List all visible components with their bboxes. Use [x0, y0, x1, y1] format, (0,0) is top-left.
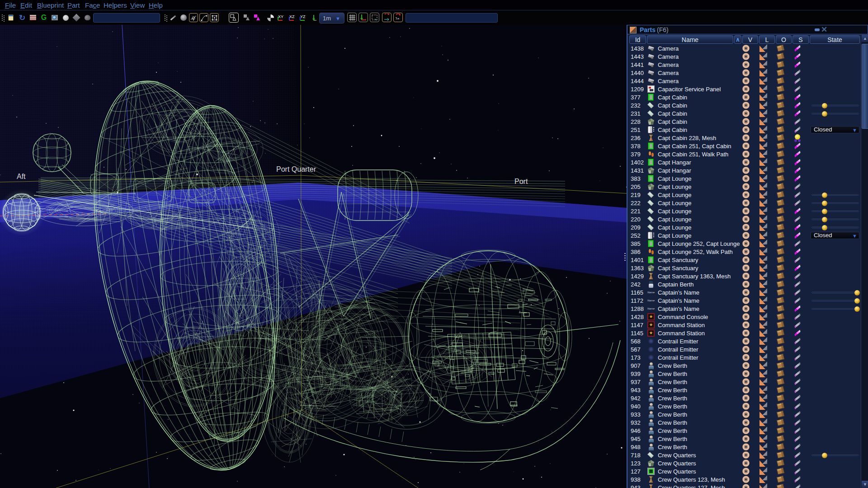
svg-text:Port Quarter: Port Quarter	[276, 165, 316, 173]
svg-text:Aft: Aft	[17, 173, 26, 180]
svg-text:Port: Port	[514, 178, 528, 185]
svg-text:XY: XY	[278, 14, 283, 19]
svg-text:XZ: XZ	[289, 14, 295, 19]
svg-text:YZ: YZ	[300, 14, 306, 19]
